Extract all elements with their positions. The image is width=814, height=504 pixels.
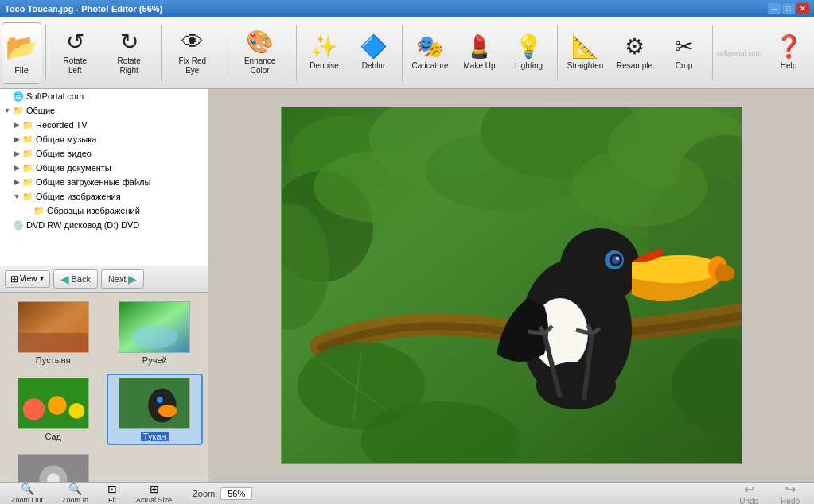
folder-icon: 📁 xyxy=(22,118,33,131)
undo-button[interactable]: ↩ Undo xyxy=(731,480,766,505)
thumbnail-hibiscus[interactable]: Цветы гибискуса xyxy=(6,452,100,482)
zoom-display: Zoom: xyxy=(193,487,252,500)
make-up-button[interactable]: 💄 Make Up xyxy=(456,22,504,84)
back-arrow-icon: ◀ xyxy=(60,273,69,285)
thumbnail-area[interactable]: Пустыня Руче xyxy=(0,293,208,482)
caricature-icon: 🎭 xyxy=(416,36,444,58)
rotate-left-label: Rotate Left xyxy=(56,56,95,76)
thumbnail-toucan[interactable]: Тукан xyxy=(108,375,202,444)
toucan-image xyxy=(282,107,742,464)
resample-button[interactable]: ⚙ Resample xyxy=(611,22,659,84)
tree-item-label: Общие изображения xyxy=(36,190,121,203)
tree-item-label: Общая музыка xyxy=(36,133,96,145)
watermark: softportal.com xyxy=(717,49,762,57)
zoom-out-label: Zoom Out xyxy=(11,496,43,504)
svg-rect-1 xyxy=(18,333,88,352)
thumbnail-grid: Пустыня Руче xyxy=(6,299,201,482)
rotate-left-button[interactable]: ↺ Rotate Left xyxy=(50,22,100,84)
svg-point-10 xyxy=(158,405,177,417)
separator-5 xyxy=(402,25,403,81)
minimize-button[interactable]: ─ xyxy=(768,3,781,14)
tree-item-softportal[interactable]: 🌐 SoftPortal.com xyxy=(0,89,208,103)
undo-redo-area: ↩ Undo ↪ Redo xyxy=(731,480,808,505)
tree-item-video[interactable]: ▶ 📁 Общие видео xyxy=(0,146,208,161)
redo-button[interactable]: ↪ Redo xyxy=(773,480,808,505)
zoom-in-button[interactable]: 🔍 Zoom In xyxy=(57,481,93,504)
lighting-label: Lighting xyxy=(515,61,543,71)
thumb-label-garden: Сад xyxy=(45,432,61,441)
status-bar: 🔍 Zoom Out 🔍 Zoom In ⊡ Fit ⊞ Actual Size… xyxy=(0,482,814,504)
actual-size-icon: ⊞ xyxy=(150,483,159,495)
caricature-label: Caricature xyxy=(411,61,448,71)
crop-button[interactable]: ✂ Crop xyxy=(660,22,708,84)
rotate-right-icon: ↻ xyxy=(120,31,138,53)
redo-label: Redo xyxy=(781,497,800,505)
enhance-color-button[interactable]: 🎨 Enhance Color xyxy=(228,22,292,84)
folder-icon: 📁 xyxy=(13,104,24,117)
undo-icon: ↩ xyxy=(744,482,754,497)
tree-item-label: Общие загруженные файлы xyxy=(36,176,150,188)
back-button[interactable]: ◀ Back xyxy=(53,269,97,289)
zoom-input[interactable] xyxy=(220,487,252,500)
svg-point-32 xyxy=(612,256,620,264)
close-button[interactable]: ✕ xyxy=(796,3,809,14)
tree-item-music[interactable]: ▶ 📁 Общая музыка xyxy=(0,132,208,146)
help-area: softportal.com ❓ Help xyxy=(717,22,813,84)
actual-size-button[interactable]: ⊞ Actual Size xyxy=(131,481,177,504)
tree-item-label: Общие документы xyxy=(36,161,111,174)
thumbnail-stream[interactable]: Ручей xyxy=(108,299,202,367)
tree-item-images[interactable]: ▼ 📁 Общие изображения xyxy=(0,189,208,204)
tree-item-dvd[interactable]: 💿 DVD RW дисковод (D:) DVD xyxy=(0,218,208,232)
tree-item-recorded-tv[interactable]: ▶ 📁 Recorded TV xyxy=(0,118,208,132)
fix-red-eye-label: Fix Red Eye xyxy=(171,56,214,76)
thumb-image-stream xyxy=(119,301,190,353)
next-button[interactable]: Next ▶ xyxy=(101,269,144,289)
make-up-icon: 💄 xyxy=(465,36,493,58)
view-grid-icon: ⊞ xyxy=(10,273,18,285)
tree-item-general[interactable]: ▼ 📁 Общие xyxy=(0,103,208,118)
rotate-right-button[interactable]: ↻ Rotate Right xyxy=(102,22,157,84)
view-button[interactable]: ⊞ View ▼ xyxy=(5,270,50,288)
file-tree[interactable]: 🌐 SoftPortal.com ▼ 📁 Общие ▶ 📁 Recorded … xyxy=(0,89,208,266)
help-button[interactable]: ❓ Help xyxy=(765,22,812,84)
expand-icon: ▶ xyxy=(11,176,22,188)
fix-red-eye-button[interactable]: 👁 Fix Red Eye xyxy=(166,22,220,84)
maximize-button[interactable]: □ xyxy=(782,3,795,14)
thumb-image-garden xyxy=(18,378,89,429)
toolbar: 📂 File ↺ Rotate Left ↻ Rotate Right 👁 Fi… xyxy=(0,17,814,89)
svg-point-5 xyxy=(23,398,45,420)
svg-point-29 xyxy=(560,228,640,304)
zoom-out-button[interactable]: 🔍 Zoom Out xyxy=(6,481,48,504)
tree-item-samples[interactable]: 📁 Образцы изображений xyxy=(0,204,208,218)
redo-icon: ↪ xyxy=(785,482,796,497)
fit-icon: ⊡ xyxy=(107,483,117,495)
fit-button[interactable]: ⊡ Fit xyxy=(103,481,122,504)
separator-4 xyxy=(296,25,297,81)
straighten-button[interactable]: 📐 Straighten xyxy=(562,22,610,84)
main-layout: 🌐 SoftPortal.com ▼ 📁 Общие ▶ 📁 Recorded … xyxy=(0,89,814,482)
file-button[interactable]: 📂 File xyxy=(2,22,41,84)
lighting-button[interactable]: 💡 Lighting xyxy=(505,22,553,84)
folder-icon: 📁 xyxy=(22,147,33,160)
thumbnail-desert[interactable]: Пустыня xyxy=(6,299,100,367)
folder-icon: 📁 xyxy=(22,190,33,203)
title-bar: Toco Toucan.jpg - Photo! Editor (56%) ─ … xyxy=(0,0,814,17)
tree-item-downloads[interactable]: ▶ 📁 Общие загруженные файлы xyxy=(0,175,208,189)
expand-icon: ▼ xyxy=(2,104,13,117)
rotate-right-label: Rotate Right xyxy=(107,56,151,76)
denoise-label: Denoise xyxy=(310,61,339,71)
back-label: Back xyxy=(71,274,90,284)
caricature-button[interactable]: 🎭 Caricature xyxy=(407,22,454,84)
tree-item-label: Общие xyxy=(26,104,55,117)
svg-point-23 xyxy=(314,151,441,223)
zoom-in-icon: 🔍 xyxy=(68,483,82,495)
folder-icon: 🌐 xyxy=(13,90,24,103)
denoise-button[interactable]: ✨ Denoise xyxy=(301,22,349,84)
straighten-icon: 📐 xyxy=(571,36,599,58)
resample-label: Resample xyxy=(617,61,652,71)
deblur-button[interactable]: 🔷 Deblur xyxy=(350,22,398,84)
thumbnail-garden[interactable]: Сад xyxy=(6,375,100,444)
thumb-label-stream: Ручей xyxy=(142,355,167,365)
next-arrow-icon: ▶ xyxy=(128,273,137,285)
tree-item-docs[interactable]: ▶ 📁 Общие документы xyxy=(0,161,208,175)
